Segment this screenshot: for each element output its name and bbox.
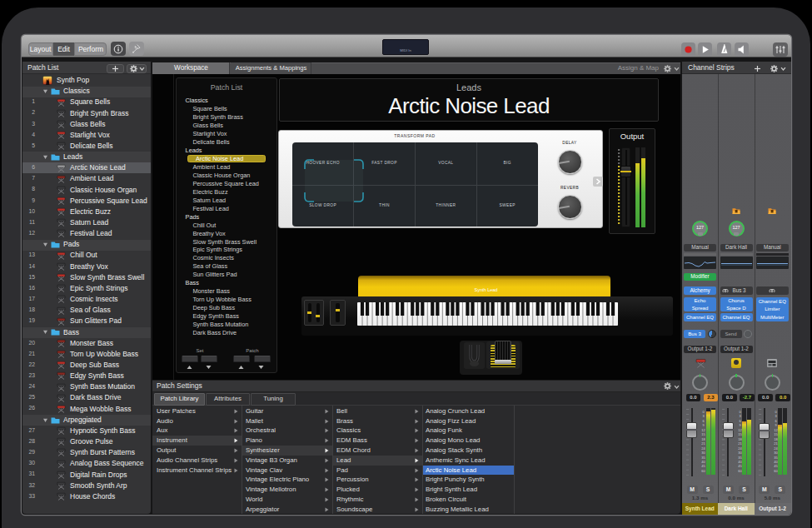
svg-text:60: 60: [774, 469, 778, 473]
svg-text:15: 15: [774, 432, 778, 436]
svg-text:0: 0: [702, 410, 705, 414]
svg-text:60: 60: [701, 469, 705, 473]
svg-text:40: 40: [701, 460, 705, 464]
svg-text:35: 35: [738, 456, 742, 460]
svg-text:60: 60: [738, 469, 742, 473]
svg-text:9: 9: [702, 423, 705, 427]
svg-text:3: 3: [739, 414, 741, 418]
svg-text:15: 15: [701, 432, 705, 436]
svg-text:21: 21: [701, 441, 705, 446]
svg-text:35: 35: [774, 456, 778, 460]
svg-text:24: 24: [738, 446, 742, 451]
svg-text:12: 12: [701, 428, 705, 432]
svg-text:6: 6: [702, 419, 705, 423]
svg-text:0: 0: [739, 410, 741, 414]
svg-text:30: 30: [701, 451, 705, 455]
svg-text:9: 9: [739, 423, 741, 427]
svg-text:45: 45: [738, 464, 742, 468]
svg-text:0: 0: [775, 410, 777, 414]
svg-text:6: 6: [739, 419, 741, 423]
svg-text:30: 30: [774, 451, 778, 455]
svg-text:18: 18: [738, 437, 742, 441]
svg-text:24: 24: [774, 446, 778, 451]
svg-text:45: 45: [774, 464, 778, 468]
svg-text:12: 12: [774, 428, 778, 432]
svg-text:24: 24: [701, 446, 705, 451]
svg-text:15: 15: [738, 432, 742, 436]
svg-text:18: 18: [701, 437, 705, 441]
svg-text:21: 21: [738, 441, 742, 446]
svg-text:35: 35: [701, 456, 705, 460]
svg-text:45: 45: [701, 464, 705, 468]
svg-text:30: 30: [738, 451, 742, 455]
svg-text:40: 40: [774, 460, 778, 464]
svg-text:3: 3: [702, 414, 705, 418]
svg-text:12: 12: [738, 428, 742, 432]
svg-text:18: 18: [774, 437, 778, 441]
svg-text:9: 9: [775, 423, 777, 427]
svg-text:21: 21: [774, 441, 778, 446]
svg-text:3: 3: [775, 414, 777, 418]
svg-text:40: 40: [738, 460, 742, 464]
svg-text:6: 6: [775, 419, 777, 423]
